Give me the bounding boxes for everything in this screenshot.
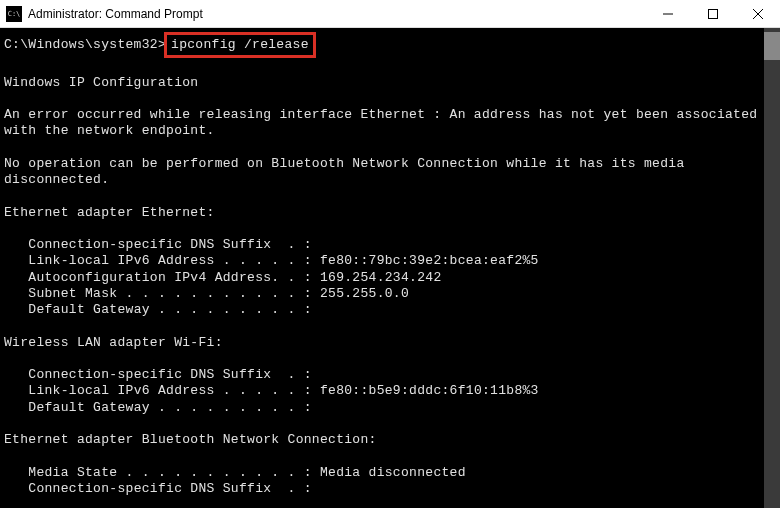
adapter1-line: Link-local IPv6 Address . . . . . : fe80… — [4, 253, 539, 268]
adapter3-title: Ethernet adapter Bluetooth Network Conne… — [4, 432, 377, 447]
adapter2-line: Default Gateway . . . . . . . . . : — [4, 400, 312, 415]
minimize-button[interactable] — [645, 0, 690, 27]
close-button[interactable] — [735, 0, 780, 27]
maximize-button[interactable] — [690, 0, 735, 27]
window-title: Administrator: Command Prompt — [28, 7, 645, 21]
adapter1-line: Autoconfiguration IPv4 Address. . : 169.… — [4, 270, 441, 285]
terminal-output: C:\Windows\system32>ipconfig /release Wi… — [4, 32, 776, 497]
vertical-scrollbar[interactable]: ▲ — [764, 28, 780, 508]
adapter1-line: Subnet Mask . . . . . . . . . . . : 255.… — [4, 286, 409, 301]
output-header: Windows IP Configuration — [4, 75, 198, 90]
output-error1: An error occurred while releasing interf… — [4, 107, 766, 138]
command-highlight: ipconfig /release — [164, 32, 316, 58]
svg-rect-1 — [708, 9, 717, 18]
cmd-icon — [6, 6, 22, 22]
window-titlebar: Administrator: Command Prompt — [0, 0, 780, 28]
adapter1-title: Ethernet adapter Ethernet: — [4, 205, 215, 220]
adapter1-line: Default Gateway . . . . . . . . . : — [4, 302, 312, 317]
adapter2-line: Connection-specific DNS Suffix . : — [4, 367, 312, 382]
terminal-area[interactable]: C:\Windows\system32>ipconfig /release Wi… — [0, 28, 780, 508]
adapter2-title: Wireless LAN adapter Wi-Fi: — [4, 335, 223, 350]
adapter1-line: Connection-specific DNS Suffix . : — [4, 237, 312, 252]
adapter3-line: Media State . . . . . . . . . . . : Medi… — [4, 465, 466, 480]
adapter2-line: Link-local IPv6 Address . . . . . : fe80… — [4, 383, 539, 398]
prompt-path: C:\Windows\system32> — [4, 37, 166, 52]
output-error2: No operation can be performed on Bluetoo… — [4, 156, 693, 187]
scrollbar-thumb[interactable] — [764, 32, 780, 60]
adapter3-line: Connection-specific DNS Suffix . : — [4, 481, 312, 496]
window-controls — [645, 0, 780, 27]
